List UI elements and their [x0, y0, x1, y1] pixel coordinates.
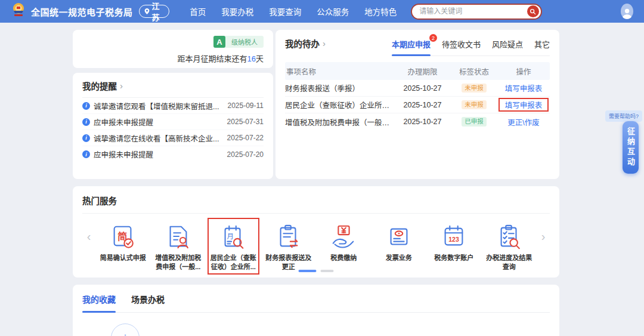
service-item-tax-payment[interactable]: 税费缴纳: [316, 223, 371, 272]
todo-deadline: 2025-10-27: [394, 101, 451, 109]
todo-title[interactable]: 我的待办›: [285, 37, 326, 50]
reminder-date: 2025-07-22: [227, 134, 264, 142]
table-row: 财务报表报送（季报）2025-10-27未申报填写申报表: [285, 80, 550, 97]
nav-item-public-service[interactable]: 公众服务: [317, 5, 349, 17]
location-pin-icon: [144, 8, 150, 15]
top-header: 全国统一规范电子税务局 江苏 首页我要办税我要查询公众服务地方特色: [0, 0, 644, 23]
action-link[interactable]: 更正\作废: [507, 119, 539, 127]
service-item-tax-digital-account[interactable]: 123税务数字账户: [426, 223, 482, 272]
tab-badge: 2: [429, 34, 437, 42]
search-input[interactable]: [419, 7, 527, 16]
service-label: 简易确认式申报: [95, 254, 151, 263]
hot-services-title: 热门服务: [82, 194, 550, 206]
reminder-item[interactable]: i应申报未申报提醒2025-07-20: [82, 146, 264, 162]
reminder-item[interactable]: i诚挚邀请您观看【增值税期末留抵退...2025-09-11: [82, 98, 264, 114]
table-row: 增值税及附加税费申报（一般纳税人适...2025-10-27已申报更正\作废: [285, 113, 550, 130]
digital-account-icon: 123: [426, 223, 482, 251]
service-label: 财务报表报送及 更正: [261, 254, 317, 272]
tax-bureau-emblem-icon: [11, 2, 26, 20]
deadline-days: 16: [247, 54, 256, 63]
info-icon: i: [82, 150, 90, 158]
todo-card: 我的待办› 本期应申报2待签收文书风险疑点其它 事项名称办理期限标签状态操作 财…: [275, 30, 559, 179]
column-header: 办理期限: [394, 66, 451, 77]
fav-tab-scenario-tax[interactable]: 场景办税: [131, 293, 165, 305]
tax-pay-icon: [316, 223, 371, 251]
service-label: 税费缴纳: [316, 254, 371, 263]
service-item-vat-surcharge-declare[interactable]: 增值税及附加税 费申报（一般...: [151, 223, 206, 272]
service-item-progress-result-query[interactable]: 办税进度及结果 查询: [482, 223, 537, 272]
reminder-text: 应申报未申报提醒: [94, 116, 224, 128]
resident-enterprise-icon: 月: [206, 223, 261, 251]
reminders-title[interactable]: 我的提醒›: [82, 79, 264, 98]
chevron-right-icon: ›: [323, 38, 326, 48]
service-item-resident-enterprise-income-tax[interactable]: 月居民企业（查账 征收）企业所...: [206, 223, 261, 272]
services-row: ‹ 简简易确认式申报增值税及附加税 费申报（一般...月居民企业（查账 征收）企…: [82, 223, 550, 272]
todo-tab-risk-points[interactable]: 风险疑点: [492, 38, 523, 50]
todo-item-name: 财务报表报送（季报）: [285, 82, 394, 94]
service-item-simple-confirm-declare[interactable]: 简简易确认式申报: [95, 223, 151, 272]
info-icon: i: [82, 134, 90, 142]
column-header: 事项名称: [285, 66, 394, 77]
svg-text:123: 123: [448, 236, 459, 243]
todo-deadline: 2025-10-27: [394, 84, 451, 93]
reminder-text: 应申报未申报提醒: [94, 149, 224, 160]
reminder-item[interactable]: i诚挚邀请您在线收看【高新技术企业...2025-07-22: [82, 130, 264, 146]
table-row: 居民企业（查账征收）企业所得税月（...2025-10-27未申报填写申报表: [285, 97, 550, 113]
reminder-item[interactable]: i应申报未申报提醒2025-07-31: [82, 114, 264, 130]
collection-deadline-text: 距本月征期结束还有16天: [82, 53, 264, 64]
chevron-right-icon: ›: [120, 81, 123, 91]
nav-item-do-tax[interactable]: 我要办税: [221, 5, 253, 17]
service-item-invoice-business[interactable]: 发票业务: [371, 223, 427, 272]
help-tooltip: 需要帮助吗?: [605, 110, 642, 122]
search-box: [411, 4, 542, 20]
location-selector[interactable]: 江苏: [139, 5, 170, 18]
column-header: 标签状态: [451, 66, 497, 77]
location-label: 江苏: [152, 0, 163, 23]
todo-deadline: 2025-10-27: [394, 118, 451, 126]
taxpayer-grade-badge: A 级纳税人: [213, 36, 264, 48]
info-icon: i: [82, 118, 90, 126]
invoice-icon: [371, 223, 427, 251]
reminders-card: 我的提醒› i诚挚邀请您观看【增值税期末留抵退...2025-09-11i应申报…: [73, 73, 273, 179]
add-favorite-button[interactable]: +: [111, 323, 140, 336]
service-label: 居民企业（查账 征收）企业所...: [206, 254, 261, 272]
user-avatar[interactable]: [621, 4, 633, 19]
reminder-text: 诚挚邀请您观看【增值税期末留抵退...: [94, 100, 224, 112]
pagination-dot[interactable]: [321, 270, 334, 272]
services-next-icon[interactable]: ›: [537, 223, 550, 249]
app-title: 全国统一规范电子税务局: [31, 5, 133, 18]
service-item-financial-report-submit[interactable]: 财务报表报送及 更正: [261, 223, 317, 272]
todo-tab-current-declare[interactable]: 本期应申报2: [392, 38, 431, 50]
services-prev-icon[interactable]: ‹: [82, 223, 95, 249]
search-icon[interactable]: [527, 5, 539, 17]
favorites-card: 我的收藏场景办税 +: [73, 285, 559, 336]
info-icon: i: [82, 102, 90, 110]
nav-item-query[interactable]: 我要查询: [269, 5, 301, 17]
fav-tab-my-favorites[interactable]: 我的收藏: [82, 293, 116, 305]
tax-interaction-button[interactable]: 征纳互动: [623, 121, 639, 174]
action-link[interactable]: 填写申报表: [505, 85, 543, 93]
action-link[interactable]: 填写申报表: [505, 101, 543, 110]
service-label: 税务数字账户: [426, 254, 482, 263]
status-badge: 未申报: [462, 84, 487, 93]
todo-tab-docs-to-sign[interactable]: 待签收文书: [442, 38, 481, 50]
svg-text:月: 月: [227, 233, 234, 240]
reminder-date: 2025-09-11: [228, 101, 264, 110]
favorites-tabs: 我的收藏场景办税: [82, 293, 550, 313]
reminders-list: i诚挚邀请您观看【增值税期末留抵退...2025-09-11i应申报未申报提醒2…: [82, 98, 264, 162]
status-badge: 已申报: [462, 117, 487, 127]
column-header: 操作: [497, 66, 550, 77]
service-label: 办税进度及结果 查询: [482, 254, 537, 272]
progress-query-icon: [482, 223, 537, 251]
todo-table-body: 财务报表报送（季报）2025-10-27未申报填写申报表居民企业（查账征收）企业…: [285, 80, 550, 130]
pagination-dot-active[interactable]: [299, 270, 317, 272]
services-pagination: [299, 270, 334, 272]
nav-item-home[interactable]: 首页: [190, 5, 206, 17]
todo-item-name: 增值税及附加税费申报（一般纳税人适...: [285, 116, 394, 128]
simple-confirm-icon: 简: [95, 223, 151, 251]
todo-tab-other[interactable]: 其它: [534, 38, 550, 50]
todo-item-name: 居民企业（查账征收）企业所得税月（...: [285, 99, 394, 110]
service-label: 发票业务: [371, 254, 427, 263]
nav-item-local-feature[interactable]: 地方特色: [364, 5, 397, 17]
todo-table-header: 事项名称办理期限标签状态操作: [285, 62, 550, 80]
